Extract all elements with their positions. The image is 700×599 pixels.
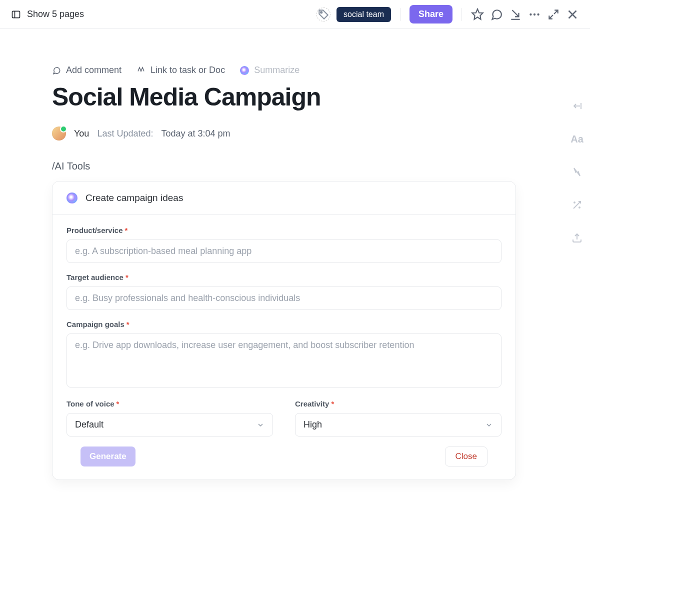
author-name: You: [74, 128, 89, 139]
svg-rect-0: [12, 11, 20, 18]
creativity-label: Creativity: [295, 400, 329, 408]
comment-icon: [52, 66, 61, 75]
svg-point-12: [574, 202, 575, 203]
goals-label: Campaign goals: [66, 320, 124, 328]
svg-point-13: [579, 207, 580, 208]
download-icon[interactable]: [509, 8, 522, 21]
sort-icon[interactable]: [571, 166, 583, 178]
ai-icon: [66, 192, 78, 204]
upload-icon[interactable]: [571, 232, 583, 244]
divider: [462, 8, 462, 21]
required-marker: *: [126, 273, 128, 282]
svg-point-2: [320, 12, 322, 13]
audience-label: Target audience: [66, 273, 124, 282]
summarize-action[interactable]: Summarize: [240, 65, 300, 76]
tone-select[interactable]: Default: [66, 413, 273, 436]
svg-point-5: [530, 13, 532, 15]
typography-icon[interactable]: Aa: [570, 133, 584, 145]
tone-label: Tone of voice: [66, 400, 114, 408]
chevron-down-icon: [256, 421, 264, 429]
svg-point-7: [537, 13, 539, 15]
ai-tool-card: Create campaign ideas Product/service* T…: [52, 181, 516, 480]
add-comment-action[interactable]: Add comment: [52, 65, 122, 76]
divider: [400, 8, 400, 21]
sidebar-toggle-icon[interactable]: [11, 10, 21, 20]
link-task-action[interactable]: Link to task or Doc: [136, 65, 225, 76]
required-marker: *: [331, 400, 334, 408]
share-button[interactable]: Share: [410, 5, 452, 24]
close-button[interactable]: Close: [445, 446, 488, 466]
updated-timestamp: Today at 3:04 pm: [161, 128, 230, 139]
show-pages-button[interactable]: Show 5 pages: [27, 9, 84, 20]
required-marker: *: [125, 226, 128, 234]
indent-icon[interactable]: [571, 100, 583, 112]
generate-button[interactable]: Generate: [80, 446, 136, 466]
chevron-down-icon: [485, 421, 493, 429]
updated-label: Last Updated:: [97, 128, 153, 139]
product-input[interactable]: [66, 240, 502, 263]
more-icon[interactable]: [528, 8, 541, 21]
svg-point-6: [534, 13, 536, 15]
add-comment-label: Add comment: [66, 65, 122, 76]
required-marker: *: [116, 400, 120, 408]
goals-input[interactable]: [66, 334, 502, 388]
summarize-label: Summarize: [254, 65, 300, 76]
tag-social-team[interactable]: social team: [336, 7, 391, 22]
product-label: Product/service: [66, 226, 123, 234]
expand-icon[interactable]: [547, 8, 560, 21]
svg-marker-3: [472, 9, 483, 20]
magic-wand-icon[interactable]: [571, 199, 583, 211]
page-title: Social Media Campaign: [52, 82, 516, 112]
tone-value: Default: [75, 420, 104, 430]
audience-input[interactable]: [66, 286, 502, 310]
ai-card-title: Create campaign ideas: [86, 192, 183, 204]
link-icon: [136, 66, 146, 75]
link-task-label: Link to task or Doc: [150, 65, 225, 76]
star-icon[interactable]: [471, 8, 484, 21]
required-marker: *: [126, 320, 130, 328]
slash-command-text: /AI Tools: [52, 160, 516, 172]
add-tag-icon[interactable]: [316, 8, 330, 22]
close-icon[interactable]: [566, 8, 579, 21]
comment-icon[interactable]: [490, 8, 503, 21]
creativity-value: High: [304, 420, 322, 430]
creativity-select[interactable]: High: [295, 413, 502, 436]
ai-icon: [240, 66, 249, 75]
avatar[interactable]: [52, 126, 66, 140]
